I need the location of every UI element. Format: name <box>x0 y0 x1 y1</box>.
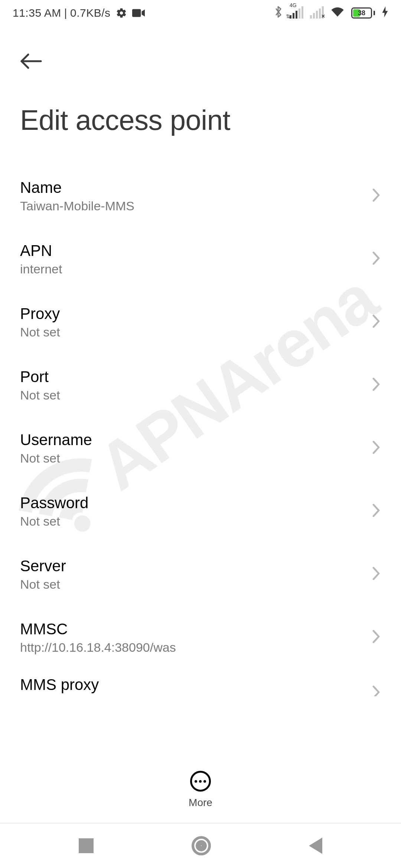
chevron-right-icon <box>371 503 381 519</box>
signal-1-label: 4G <box>290 2 297 8</box>
chevron-right-icon <box>371 629 381 645</box>
page-title: Edit access point <box>20 104 381 136</box>
status-time: 11:35 AM <box>13 7 61 19</box>
row-port[interactable]: Port Not set <box>20 354 381 417</box>
row-password[interactable]: Password Not set <box>20 480 381 543</box>
row-label: Port <box>20 368 60 386</box>
status-data-rate: 0.7KB/s <box>70 7 111 19</box>
row-server[interactable]: Server Not set <box>20 543 381 606</box>
chevron-right-icon <box>371 188 381 204</box>
row-label: Proxy <box>20 305 60 323</box>
chevron-right-icon <box>371 440 381 456</box>
nav-back-button[interactable] <box>309 838 322 854</box>
battery-icon: 38 <box>351 7 375 19</box>
settings-list: Name Taiwan-Mobile-MMS APN internet Prox… <box>0 140 401 696</box>
nav-home-button[interactable] <box>192 836 211 855</box>
signal-2-icon: × <box>310 7 324 19</box>
more-button[interactable]: More <box>189 771 212 809</box>
row-label: Server <box>20 557 66 575</box>
status-separator: | <box>64 7 67 19</box>
row-username[interactable]: Username Not set <box>20 417 381 480</box>
row-name[interactable]: Name Taiwan-Mobile-MMS <box>20 164 381 227</box>
charging-icon <box>382 6 388 20</box>
row-mms-proxy[interactable]: MMS proxy 10.16.18.77 <box>20 669 381 696</box>
row-label: MMSC <box>20 620 176 638</box>
row-value: internet <box>20 262 62 276</box>
row-label: Username <box>20 431 92 449</box>
row-value: Not set <box>20 325 60 339</box>
battery-percent: 38 <box>352 9 371 17</box>
gear-icon <box>116 7 127 19</box>
status-bar: 11:35 AM | 0.7KB/s 4G ⇅ × <box>0 0 401 26</box>
row-value: Not set <box>20 514 88 529</box>
more-label: More <box>189 797 212 809</box>
row-value: Taiwan-Mobile-MMS <box>20 199 134 213</box>
row-value: Not set <box>20 577 66 592</box>
more-icon <box>190 771 211 792</box>
chevron-right-icon <box>371 566 381 582</box>
row-value: Not set <box>20 388 60 402</box>
nav-recent-button[interactable] <box>79 838 94 853</box>
row-proxy[interactable]: Proxy Not set <box>20 290 381 354</box>
row-mmsc[interactable]: MMSC http://10.16.18.4:38090/was <box>20 606 381 669</box>
system-nav-bar <box>0 823 401 868</box>
row-label: Password <box>20 494 88 512</box>
row-value: Not set <box>20 451 92 466</box>
chevron-right-icon <box>371 685 381 696</box>
row-label: MMS proxy <box>20 676 99 694</box>
chevron-right-icon <box>371 314 381 330</box>
wifi-status-icon <box>330 6 345 20</box>
row-label: Name <box>20 179 134 197</box>
chevron-right-icon <box>371 377 381 393</box>
bluetooth-icon <box>274 6 283 21</box>
row-label: APN <box>20 242 62 260</box>
row-apn[interactable]: APN internet <box>20 227 381 290</box>
chevron-right-icon <box>371 251 381 267</box>
svg-rect-0 <box>132 9 141 17</box>
video-icon <box>132 8 145 18</box>
row-value: http://10.16.18.4:38090/was <box>20 640 176 655</box>
back-button[interactable] <box>20 48 46 74</box>
row-value: 10.16.18.77 <box>20 696 99 697</box>
signal-1-icon: 4G ⇅ <box>290 7 303 19</box>
